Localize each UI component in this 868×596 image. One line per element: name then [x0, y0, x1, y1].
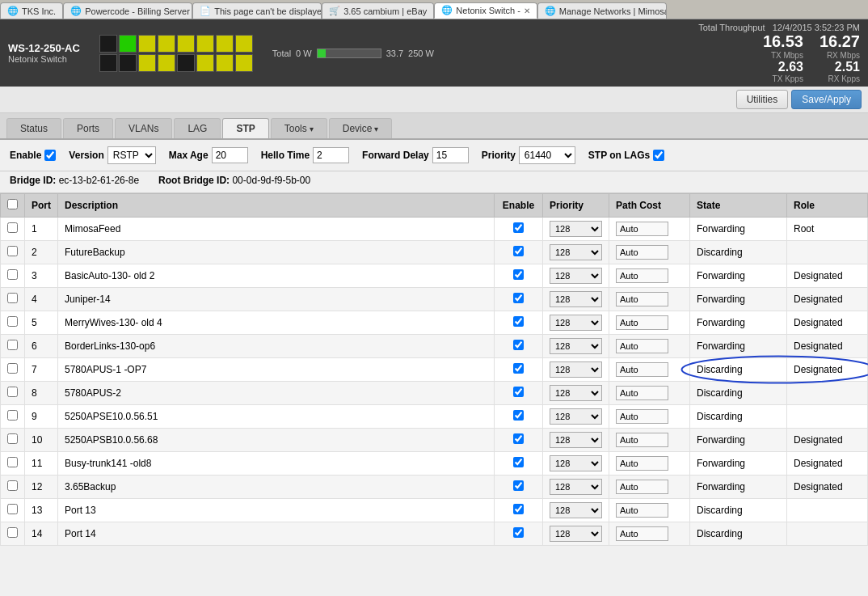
port-cell-3 [138, 35, 156, 53]
version-select[interactable]: RSTP STP MSTP [107, 146, 156, 164]
tab-powercode[interactable]: 🌐 Powercode - Billing Server [63, 2, 192, 19]
save-apply-button[interactable]: Save/Apply [791, 90, 862, 109]
tab-ebay[interactable]: 🛒 3.65 cambium | eBay [322, 2, 434, 19]
th-select-all [1, 194, 25, 218]
tab-mimosa[interactable]: 🌐 Manage Networks | Mimosa [537, 2, 667, 19]
row-checkbox-11[interactable] [7, 457, 18, 467]
row-checkbox-5[interactable] [7, 316, 18, 327]
pathcost-input-10[interactable] [616, 433, 668, 447]
row-checkbox-12[interactable] [7, 480, 18, 491]
port-cell-5 [177, 35, 195, 53]
cell-port-1: 1 [25, 218, 58, 241]
priority-select-3[interactable]: 128 0 16 32 64 128 256 [550, 268, 602, 284]
row-checkbox-3[interactable] [7, 269, 18, 280]
pathcost-input-5[interactable] [616, 315, 668, 330]
enable-checkbox-6[interactable] [513, 340, 524, 350]
priority-select-4[interactable]: 128 0 16 32 64 128 256 [550, 291, 602, 307]
priority-select-5[interactable]: 128 0 16 32 64 128 256 [550, 315, 602, 331]
cell-enable-4 [495, 288, 543, 311]
row-checkbox-8[interactable] [7, 387, 18, 397]
priority-select-14[interactable]: 128 0 16 32 64 128 256 [550, 526, 602, 542]
priority-select-1[interactable]: 128 0 16 32 64 128 256 [550, 221, 602, 237]
pathcost-input-6[interactable] [616, 339, 668, 353]
pathcost-input-3[interactable] [616, 268, 668, 283]
tab-tools[interactable]: Tools ▾ [271, 118, 327, 138]
tab-device[interactable]: Device ▾ [329, 118, 393, 138]
nav-tabs: Status Ports VLANs LAG STP Tools ▾ Devic… [0, 113, 868, 140]
cell-select-1 [1, 218, 25, 241]
tab-stp[interactable]: STP [222, 118, 268, 138]
table-row: 12 3.65Backup 128 0 16 32 64 128 256 For [1, 476, 868, 499]
tab-netonix[interactable]: 🌐 Netonix Switch - ✕ [434, 2, 537, 19]
tab-tks[interactable]: 🌐 TKS Inc. [0, 2, 63, 19]
row-checkbox-6[interactable] [7, 340, 18, 350]
priority-select-7[interactable]: 128 0 16 32 64 128 256 [550, 361, 602, 378]
bridge-id-value: ec-13-b2-61-26-8e [59, 175, 139, 186]
enable-checkbox-3[interactable] [513, 269, 524, 280]
row-checkbox-2[interactable] [7, 246, 18, 256]
pathcost-input-11[interactable] [616, 456, 668, 471]
row-checkbox-7[interactable] [7, 363, 18, 374]
utilities-button[interactable]: Utilities [736, 90, 789, 109]
enable-checkbox-9[interactable] [513, 410, 524, 421]
tab-close-netonix[interactable]: ✕ [524, 6, 530, 15]
priority-select-2[interactable]: 128 0 16 32 64 128 256 [550, 244, 602, 260]
pathcost-input-2[interactable] [616, 245, 668, 260]
stp-on-lags-checkbox[interactable] [653, 150, 664, 161]
row-checkbox-4[interactable] [7, 293, 18, 303]
row-checkbox-10[interactable] [7, 433, 18, 444]
row-checkbox-9[interactable] [7, 410, 18, 421]
row-checkbox-1[interactable] [7, 222, 18, 233]
enable-checkbox-7[interactable] [513, 363, 524, 374]
pathcost-input-12[interactable] [616, 480, 668, 494]
tab-status[interactable]: Status [6, 118, 61, 138]
tab-lag[interactable]: LAG [174, 118, 221, 138]
enable-checkbox-12[interactable] [513, 480, 524, 491]
row-checkbox-14[interactable] [7, 527, 18, 538]
enable-checkbox[interactable] [44, 150, 56, 161]
cell-state-6: Forwarding [690, 335, 787, 358]
toolbar: Utilities Save/Apply [0, 87, 868, 113]
enable-checkbox-13[interactable] [513, 504, 524, 514]
tab-ports[interactable]: Ports [63, 118, 113, 138]
enable-checkbox-11[interactable] [513, 457, 524, 467]
priority-select-8[interactable]: 128 0 16 32 64 128 256 [550, 385, 602, 401]
tab-cantdisplay[interactable]: 📄 This page can't be displayed [192, 2, 322, 19]
priority-select-6[interactable]: 128 0 16 32 64 128 256 [550, 338, 602, 354]
cell-desc-8: 5780APUS-2 [58, 382, 495, 405]
cell-enable-13 [495, 499, 543, 522]
pathcost-input-14[interactable] [616, 526, 668, 541]
pathcost-input-1[interactable] [616, 222, 668, 236]
enable-checkbox-14[interactable] [513, 527, 524, 538]
priority-select-global[interactable]: 61440 4096 8192 [519, 146, 575, 164]
pathcost-input-13[interactable] [616, 503, 668, 518]
enable-checkbox-4[interactable] [513, 293, 524, 303]
pathcost-input-8[interactable] [616, 386, 668, 400]
enable-checkbox-2[interactable] [513, 246, 524, 256]
select-all-checkbox[interactable] [7, 199, 18, 209]
enable-checkbox-1[interactable] [513, 222, 524, 233]
tab-vlans[interactable]: VLANs [115, 118, 172, 138]
cell-state-12: Forwarding [690, 476, 787, 499]
priority-select-10[interactable]: 128 0 16 32 64 128 256 [550, 432, 602, 448]
enable-checkbox-8[interactable] [513, 387, 524, 397]
priority-select-12[interactable]: 128 0 16 32 64 128 256 [550, 479, 602, 495]
row-checkbox-13[interactable] [7, 504, 18, 514]
max-age-input[interactable] [212, 147, 248, 163]
priority-select-9[interactable]: 128 0 16 32 64 128 256 [550, 408, 602, 425]
port-cell-13 [177, 54, 195, 72]
priority-select-13[interactable]: 128 0 16 32 64 128 256 [550, 502, 602, 518]
port-cell-6 [196, 35, 214, 53]
priority-select-11[interactable]: 128 0 16 32 64 128 256 [550, 455, 602, 471]
tx-mbps-value: 16.53 [763, 32, 803, 51]
enable-checkbox-10[interactable] [513, 433, 524, 444]
forward-delay-input[interactable] [432, 147, 469, 163]
hello-time-input[interactable] [313, 147, 349, 163]
pathcost-input-7[interactable] [616, 362, 668, 377]
cell-port-10: 10 [25, 429, 58, 452]
cell-state-5: Forwarding [690, 311, 787, 335]
pathcost-input-9[interactable] [616, 409, 668, 424]
app-container: WS-12-250-AC Netonix Switch Total 0 W 33… [0, 19, 868, 596]
enable-checkbox-5[interactable] [513, 316, 524, 327]
pathcost-input-4[interactable] [616, 292, 668, 306]
